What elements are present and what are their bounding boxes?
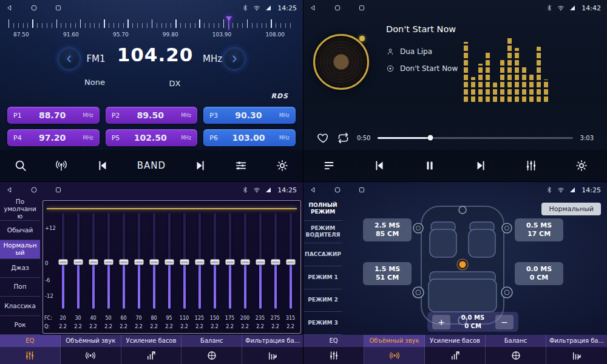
eq-shortcut-button[interactable]	[524, 159, 538, 172]
surround-tab-2[interactable]: Объёмный звук	[364, 335, 425, 364]
eq-band-slider-275[interactable]	[268, 213, 283, 309]
nav-back-icon[interactable]	[310, 4, 317, 12]
nav-recents-icon[interactable]	[358, 186, 365, 194]
eq-preset-1[interactable]: По умолчанию	[0, 198, 40, 221]
radio-preset-p4[interactable]: P497.20MHz	[7, 129, 100, 146]
delay-rear-right[interactable]: 0.0 MS 0 CM	[515, 262, 563, 285]
band-button[interactable]: BAND	[137, 160, 166, 171]
surround-tab-5[interactable]: Фильтрация ба...	[546, 335, 607, 364]
surround-mode-6[interactable]: РЕЖИМ 3	[304, 312, 342, 335]
eq-shortcut-button[interactable]	[234, 159, 248, 172]
radio-preset-p3[interactable]: P390.30MHz	[203, 107, 296, 124]
eq-preset-3[interactable]: Нормальный	[0, 240, 40, 259]
eq-band-slider-60[interactable]	[116, 213, 131, 309]
delay-plus-button[interactable]: +	[432, 315, 450, 329]
nav-home-icon[interactable]	[334, 4, 341, 12]
progress-bar[interactable]	[378, 137, 572, 139]
delay-minus-button[interactable]: −	[495, 315, 514, 329]
next-track-button[interactable]	[474, 159, 487, 172]
radio-preset-p1[interactable]: P188.70MHz	[7, 107, 100, 124]
nav-recents-icon[interactable]	[358, 4, 365, 12]
eq-slider-knob[interactable]	[256, 259, 265, 265]
eq-slider-knob[interactable]	[240, 259, 249, 265]
progress-knob[interactable]	[428, 135, 433, 141]
surround-tab-3[interactable]: Усиление басов	[425, 335, 486, 364]
prev-station-button[interactable]	[96, 159, 109, 172]
eq-slider-knob[interactable]	[210, 259, 219, 265]
eq-slider-knob[interactable]	[164, 259, 174, 265]
surround-preset-button[interactable]: Нормальный	[541, 203, 601, 215]
eq-band-slider-70[interactable]	[131, 213, 146, 309]
eq-slider-knob[interactable]	[286, 259, 295, 265]
eq-band-slider-200[interactable]	[237, 213, 253, 309]
eq-band-slider-110[interactable]	[177, 213, 192, 309]
eq-slider-knob[interactable]	[73, 259, 83, 265]
favorite-button[interactable]	[317, 132, 330, 144]
eq-band-slider-175[interactable]	[222, 213, 237, 309]
frequency-ruler[interactable]	[8, 18, 294, 30]
eq-band-slider-50[interactable]	[101, 213, 116, 309]
eq-slider-knob[interactable]	[271, 259, 280, 265]
delay-front-right[interactable]: 0.5 MS 17 CM	[515, 218, 563, 241]
tune-up-button[interactable]	[223, 47, 246, 70]
eq-tab-5[interactable]: Фильтрация ба...	[242, 335, 303, 364]
nav-recents-icon[interactable]	[55, 186, 62, 194]
eq-preset-6[interactable]: Классика	[0, 297, 40, 315]
nav-home-icon[interactable]	[30, 4, 38, 12]
playlist-button[interactable]	[322, 159, 336, 172]
eq-band-slider-30[interactable]	[70, 213, 86, 309]
eq-slider-knob[interactable]	[149, 259, 158, 265]
surround-mode-3[interactable]: ПАССАЖИР	[304, 243, 342, 266]
prev-track-button[interactable]	[373, 159, 386, 172]
eq-band-slider-80[interactable]	[146, 213, 161, 309]
delay-front-left[interactable]: 2.5 MS 85 CM	[363, 218, 412, 241]
nav-recents-icon[interactable]	[55, 4, 62, 12]
next-station-button[interactable]	[194, 159, 207, 172]
radio-scan-button[interactable]	[55, 159, 68, 172]
eq-slider-knob[interactable]	[134, 259, 143, 265]
radio-preset-p6[interactable]: P6103.00MHz	[203, 129, 296, 146]
surround-tab-4[interactable]: Баланс	[486, 335, 546, 364]
eq-band-slider-40[interactable]	[86, 213, 101, 309]
eq-band-slider-315[interactable]	[283, 213, 298, 309]
surround-mode-2[interactable]: РЕЖИМ ВОДИТЕЛЯ	[304, 221, 342, 244]
eq-slider-knob[interactable]	[89, 259, 98, 265]
surround-mode-4[interactable]: РЕЖИМ 1	[304, 266, 342, 289]
album-art[interactable]	[313, 34, 369, 90]
surround-mode-1[interactable]: ПОЛНЫЙ РЕЖИМ	[304, 198, 342, 221]
eq-band-slider-235[interactable]	[253, 213, 268, 309]
nav-home-icon[interactable]	[334, 186, 341, 194]
surround-mode-5[interactable]: РЕЖИМ 2	[304, 289, 342, 312]
settings-button[interactable]	[575, 159, 588, 172]
eq-slider-knob[interactable]	[180, 259, 189, 265]
settings-button[interactable]	[276, 159, 289, 172]
eq-slider-knob[interactable]	[104, 259, 113, 265]
eq-band-slider-95[interactable]	[161, 213, 177, 309]
eq-slider-knob[interactable]	[225, 259, 234, 265]
pause-button[interactable]	[423, 159, 436, 172]
eq-preset-7[interactable]: Рок	[0, 316, 40, 335]
nav-back-icon[interactable]	[6, 4, 13, 12]
eq-slider-knob[interactable]	[119, 259, 128, 265]
surround-tab-1[interactable]: EQ	[304, 335, 364, 364]
search-button[interactable]	[14, 159, 27, 172]
eq-band-slider-20[interactable]	[55, 213, 70, 309]
eq-preset-4[interactable]: Джаз	[0, 259, 40, 278]
nav-home-icon[interactable]	[30, 186, 38, 194]
nav-back-icon[interactable]	[6, 186, 13, 194]
eq-slider-knob[interactable]	[58, 259, 67, 265]
eq-tab-1[interactable]: EQ	[0, 335, 61, 364]
eq-band-slider-150[interactable]	[207, 213, 222, 309]
eq-slider-knob[interactable]	[195, 259, 204, 265]
radio-preset-p5[interactable]: P5102.50MHz	[106, 129, 198, 146]
eq-tab-3[interactable]: Усиление басов	[121, 335, 182, 364]
delay-rear-left[interactable]: 1.5 MS 51 CM	[363, 262, 412, 285]
eq-tab-4[interactable]: Баланс	[181, 335, 242, 364]
repeat-button[interactable]	[337, 132, 350, 144]
eq-preset-2[interactable]: Обычай	[0, 221, 40, 240]
eq-tab-2[interactable]: Объёмный звук	[61, 335, 121, 364]
tune-down-button[interactable]	[58, 47, 81, 70]
eq-band-slider-125[interactable]	[192, 213, 207, 309]
nav-back-icon[interactable]	[310, 186, 317, 194]
eq-preset-5[interactable]: Поп	[0, 278, 40, 297]
